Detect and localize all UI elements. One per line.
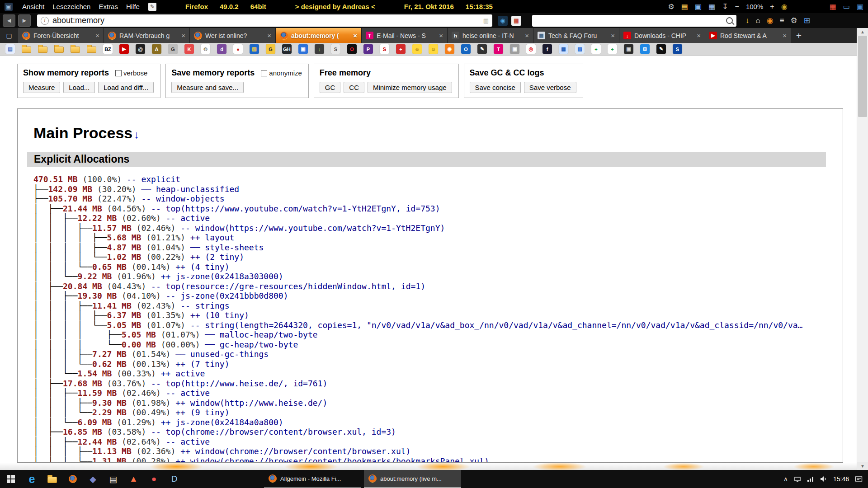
windowsgrid-bookmark[interactable]: ⊞ (640, 44, 650, 54)
zoom-level[interactable]: 100% (746, 3, 763, 10)
tab-about-memory[interactable]: about:memory (× (276, 28, 362, 43)
tab-e-mail-news-s[interactable]: TE-Mail - News - S× (362, 28, 448, 43)
panel-icon[interactable]: ▦ (708, 2, 715, 11)
memory-node[interactable]: -- explicit (127, 174, 180, 184)
monitor-icon[interactable]: ▭ (843, 2, 850, 11)
memory-node[interactable]: -- top(https://www.youtube.com/watch?v=1… (151, 204, 440, 213)
window-icon[interactable]: ▣ (695, 2, 702, 11)
memory-node[interactable]: -- top(http://www.heise.de/, id=761) (151, 379, 327, 388)
menu-extras[interactable]: Extras (94, 3, 122, 10)
tab-tech-faq-foru[interactable]: ▦Tech & FAQ Foru× (533, 28, 619, 43)
memory-node[interactable]: ++ active (161, 369, 205, 378)
blue-bookmark[interactable]: ▣ (298, 44, 308, 54)
taskbar-window-about-memory-live-m[interactable]: about:memory (live m... (364, 470, 461, 488)
tab-groups-icon[interactable]: ▢ (0, 28, 18, 43)
memory-node[interactable]: ++ js-zone(0x2418a303000) (161, 272, 283, 281)
explorer-icon[interactable] (42, 470, 62, 488)
memory-node[interactable]: ++ window(chrome://browser/content/bookm… (175, 456, 489, 463)
p-bookmark[interactable]: P (363, 44, 373, 54)
pencil2-bookmark[interactable]: ✎ (656, 44, 666, 54)
tab-ram-verbrauch-g[interactable]: RAM-Verbrauch g× (104, 28, 190, 43)
page-action-icon[interactable]: ▥ (483, 17, 489, 24)
at-bookmark[interactable]: @ (136, 44, 145, 54)
redcross-bookmark[interactable]: + (396, 44, 406, 54)
collapse-link[interactable]: ↓ (134, 128, 139, 141)
memory-node[interactable]: -- window(https://www.youtube.com/watch?… (180, 223, 445, 233)
power-plug-icon[interactable] (794, 476, 801, 482)
anonymize-checkbox[interactable] (261, 70, 267, 76)
memory-node[interactable]: ++ (9 tiny) (175, 408, 229, 417)
notepad-icon[interactable]: ▤ (103, 470, 123, 488)
memory-node[interactable]: ++ (2 tiny) (190, 252, 244, 262)
tab-rod-stewart-a[interactable]: ▶Rod Stewart & A× (705, 28, 791, 43)
menu-lesezeichen[interactable]: Lesezeichen (48, 3, 94, 10)
tab-close-icon[interactable]: × (783, 32, 787, 39)
smiley2-bookmark[interactable]: ☺ (429, 44, 438, 54)
telekom-bookmark[interactable]: T (494, 44, 503, 54)
app-dark-icon[interactable]: ◆ (83, 470, 103, 488)
tab-close-icon[interactable]: × (525, 32, 529, 39)
bookmark-folder-icon[interactable] (54, 47, 64, 53)
bookmark-folder-icon[interactable] (71, 47, 80, 53)
start-button[interactable] (0, 470, 22, 488)
opera-bookmark[interactable]: O (347, 44, 357, 54)
measure-button[interactable]: Measure (23, 82, 60, 93)
bookmark-folder-icon[interactable] (38, 47, 47, 53)
tab-foren-übersicht[interactable]: Foren-Übersicht× (18, 28, 104, 43)
scroll-down-icon[interactable]: ▼ (857, 462, 868, 470)
orange-bookmark[interactable]: ◉ (445, 44, 454, 54)
home-icon[interactable]: ⌂ (756, 16, 760, 25)
measure-and-save-button[interactable]: Measure and save... (171, 82, 244, 93)
url-text[interactable]: about:memory (52, 16, 480, 25)
load-button[interactable]: Load... (63, 82, 95, 93)
menu-hilfe[interactable]: Hilfe (122, 3, 144, 10)
save-verbose-button[interactable]: Save verbose (524, 82, 576, 93)
search-icon[interactable] (726, 17, 733, 24)
load-and-diff-button[interactable]: Load and diff... (98, 82, 154, 93)
page-bookmark[interactable]: ▤ (5, 44, 15, 54)
camera-bookmark[interactable]: ▣ (510, 44, 519, 54)
new-tab-button[interactable]: + (791, 28, 807, 43)
mosaic-bookmark[interactable]: ▧ (250, 44, 259, 54)
verbose-checkbox[interactable] (115, 70, 122, 76)
memory-node[interactable]: -- string(length=2644320, copies=1, "n/v… (190, 320, 803, 330)
minimize-memory-usage-button[interactable]: Minimize memory usage (368, 82, 452, 93)
tile-tabs-icon[interactable]: ⊞ (804, 16, 810, 25)
url-bar[interactable]: i about:memory ▥ (37, 14, 492, 27)
tab-heise-online-it-n[interactable]: hheise online - IT-N× (448, 28, 533, 43)
memory-node[interactable]: -- active (166, 388, 210, 398)
download-tray-icon[interactable]: ↧ (722, 2, 728, 11)
bluegrid-bookmark[interactable]: ▦ (559, 44, 568, 54)
memory-node[interactable]: -- active (166, 213, 210, 223)
sfr-bookmark[interactable]: S (380, 44, 389, 54)
tab-close-icon[interactable]: × (95, 32, 99, 39)
copyright-bookmark[interactable]: © (201, 44, 210, 54)
memory-node[interactable]: ++ js-zone(0x24184a0a800) (161, 418, 283, 427)
notes-icon[interactable]: ✎ (148, 3, 156, 11)
vertical-scrollbar[interactable]: ▲ ▼ (857, 28, 868, 470)
app-icon[interactable]: ▣ (5, 3, 13, 11)
s-bookmark[interactable]: S (331, 44, 340, 54)
f-bookmark[interactable]: f (542, 44, 552, 54)
d-app-icon[interactable]: D (164, 470, 184, 488)
s9-bookmark[interactable]: S (673, 44, 682, 54)
search-input[interactable] (536, 16, 726, 25)
scrollbar-thumb[interactable] (858, 36, 867, 117)
red-circle-bookmark[interactable]: ● (233, 44, 243, 54)
zoom-out-icon[interactable]: − (735, 3, 739, 11)
target-bookmark[interactable]: ◎ (526, 44, 536, 54)
bookmark-folder-icon[interactable] (87, 47, 96, 53)
tab-downloads-chip[interactable]: ↓Downloads - CHIP× (619, 28, 705, 43)
pencil-bookmark[interactable]: ✎ (477, 44, 487, 54)
purple-bookmark[interactable]: d (217, 44, 226, 54)
memory-node[interactable]: -- strings (180, 301, 229, 310)
notification-center-icon[interactable] (855, 476, 863, 483)
session-manager-icon[interactable]: ▦ (511, 16, 521, 26)
red-bookmark[interactable]: K (184, 44, 194, 54)
folder-icon[interactable]: ▤ (681, 2, 688, 11)
screenshot-tool-icon[interactable]: ◉ (498, 16, 508, 26)
firefox-icon[interactable] (62, 470, 83, 488)
menu-hamburger-icon[interactable]: ≡ (780, 16, 784, 25)
memory-node[interactable]: ++ window(http://www.heise.de/) (175, 398, 327, 408)
network-icon[interactable] (807, 476, 814, 482)
